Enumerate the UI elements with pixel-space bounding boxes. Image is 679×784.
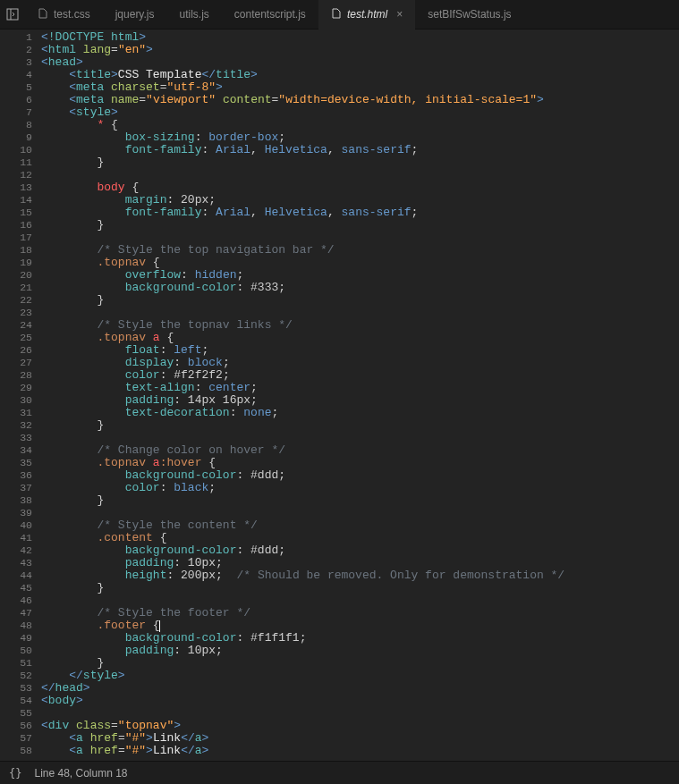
code-line[interactable]: <html lang="en"> bbox=[41, 44, 679, 56]
tab-setBIfSwStatus-js[interactable]: setBIfSwStatus.js bbox=[415, 0, 523, 30]
code-line[interactable]: /* Style the content */ bbox=[41, 519, 679, 532]
line-number: 44 bbox=[0, 569, 39, 582]
line-number: 4 bbox=[0, 69, 39, 81]
code-line[interactable]: .content { bbox=[41, 532, 679, 544]
code-line[interactable]: padding: 10px; bbox=[41, 645, 679, 657]
code-line[interactable]: background-color: #333; bbox=[41, 282, 679, 294]
line-number: 41 bbox=[0, 532, 39, 544]
code-line[interactable]: </head> bbox=[41, 682, 679, 695]
code-line[interactable]: overflow: hidden; bbox=[41, 269, 679, 282]
line-number: 26 bbox=[0, 344, 39, 357]
code-line[interactable]: <head> bbox=[41, 56, 679, 69]
code-line[interactable]: } bbox=[41, 156, 679, 169]
line-number: 55 bbox=[0, 707, 39, 720]
code-line[interactable] bbox=[41, 432, 679, 444]
line-number: 17 bbox=[0, 232, 39, 244]
code-line[interactable] bbox=[41, 594, 679, 607]
line-number: 7 bbox=[0, 106, 39, 119]
tab-utils-js[interactable]: utils.js bbox=[166, 0, 221, 30]
code-line[interactable]: .footer { bbox=[41, 620, 679, 632]
code-line[interactable]: <meta name="viewport" content="width=dev… bbox=[41, 94, 679, 106]
code-line[interactable] bbox=[41, 707, 679, 720]
code-line[interactable] bbox=[41, 307, 679, 319]
tab-label: test.html bbox=[347, 8, 387, 21]
code-line[interactable]: font-family: Arial, Helvetica, sans-seri… bbox=[41, 207, 679, 219]
line-number: 27 bbox=[0, 357, 39, 369]
tab-label: jquery.js bbox=[115, 8, 155, 21]
line-number: 14 bbox=[0, 194, 39, 207]
code-line[interactable]: * { bbox=[41, 119, 679, 131]
code-line[interactable]: } bbox=[41, 419, 679, 432]
syntax-indicator[interactable]: {} bbox=[9, 767, 21, 780]
code-line[interactable]: /* Style the footer */ bbox=[41, 607, 679, 620]
code-line[interactable]: <meta charset="utf-8"> bbox=[41, 81, 679, 94]
code-line[interactable]: background-color: #ddd; bbox=[41, 469, 679, 482]
code-line[interactable]: <a href="#">Link</a> bbox=[41, 732, 679, 745]
code-line[interactable]: text-decoration: none; bbox=[41, 407, 679, 419]
line-number: 8 bbox=[0, 119, 39, 131]
code-line[interactable]: font-family: Arial, Helvetica, sans-seri… bbox=[41, 144, 679, 156]
code-line[interactable]: box-sizing: border-box; bbox=[41, 131, 679, 144]
code-line[interactable]: .topnav { bbox=[41, 257, 679, 269]
code-line[interactable]: body { bbox=[41, 181, 679, 194]
code-line[interactable]: <div class="topnav"> bbox=[41, 720, 679, 732]
tab-contentscript-js[interactable]: contentscript.js bbox=[222, 0, 318, 30]
code-line[interactable]: /* Change color on hover */ bbox=[41, 444, 679, 457]
code-line[interactable]: } bbox=[41, 219, 679, 232]
sidebar-toggle-icon[interactable] bbox=[0, 0, 25, 30]
line-number: 12 bbox=[0, 169, 39, 181]
code-line[interactable]: margin: 20px; bbox=[41, 194, 679, 207]
code-area[interactable]: <!DOCTYPE html><html lang="en"><head> <t… bbox=[39, 30, 679, 761]
tab-label: utils.js bbox=[179, 8, 208, 21]
code-line[interactable]: <!DOCTYPE html> bbox=[41, 31, 679, 44]
code-line[interactable]: padding: 10px; bbox=[41, 557, 679, 569]
tab-test-html[interactable]: test.html× bbox=[318, 0, 415, 30]
line-number: 46 bbox=[0, 594, 39, 607]
line-number-gutter: 1234567891011121314151617181920212223242… bbox=[0, 30, 39, 761]
code-line[interactable]: background-color: #ddd; bbox=[41, 544, 679, 557]
code-line[interactable]: } bbox=[41, 657, 679, 670]
code-line[interactable] bbox=[41, 507, 679, 519]
line-number: 6 bbox=[0, 94, 39, 106]
code-line[interactable]: color: #f2f2f2; bbox=[41, 369, 679, 382]
file-icon bbox=[331, 8, 342, 21]
code-line[interactable]: <style> bbox=[41, 106, 679, 119]
svg-rect-0 bbox=[7, 9, 18, 20]
line-number: 33 bbox=[0, 432, 39, 444]
line-number: 16 bbox=[0, 219, 39, 232]
code-editor[interactable]: 1234567891011121314151617181920212223242… bbox=[0, 30, 679, 761]
line-number: 35 bbox=[0, 457, 39, 469]
code-line[interactable]: background-color: #f1f1f1; bbox=[41, 632, 679, 645]
code-line[interactable]: <a href="#">Link</a> bbox=[41, 745, 679, 757]
code-line[interactable]: display: block; bbox=[41, 357, 679, 369]
code-line[interactable]: padding: 14px 16px; bbox=[41, 394, 679, 407]
tab-test-css[interactable]: test.css bbox=[25, 0, 103, 30]
code-line[interactable]: <body> bbox=[41, 695, 679, 707]
tab-jquery-js[interactable]: jquery.js bbox=[103, 0, 167, 30]
code-line[interactable]: /* Style the topnav links */ bbox=[41, 319, 679, 332]
line-number: 30 bbox=[0, 394, 39, 407]
code-line[interactable]: /* Style the top navigation bar */ bbox=[41, 244, 679, 257]
status-bar: {} Line 48, Column 18 bbox=[0, 761, 679, 784]
line-number: 24 bbox=[0, 319, 39, 332]
code-line[interactable]: color: black; bbox=[41, 482, 679, 494]
code-line[interactable]: } bbox=[41, 294, 679, 307]
line-number: 49 bbox=[0, 632, 39, 645]
code-line[interactable]: } bbox=[41, 494, 679, 507]
line-number: 54 bbox=[0, 695, 39, 707]
code-line[interactable]: .topnav a:hover { bbox=[41, 457, 679, 469]
close-icon[interactable]: × bbox=[396, 8, 403, 21]
line-number: 40 bbox=[0, 519, 39, 532]
code-line[interactable] bbox=[41, 169, 679, 181]
code-line[interactable]: } bbox=[41, 582, 679, 594]
code-line[interactable]: float: left; bbox=[41, 344, 679, 357]
code-line[interactable]: text-align: center; bbox=[41, 382, 679, 394]
line-number: 51 bbox=[0, 657, 39, 670]
line-number: 9 bbox=[0, 131, 39, 144]
code-line[interactable]: <title>CSS Template</title> bbox=[41, 69, 679, 81]
code-line[interactable]: height: 200px; /* Should be removed. Onl… bbox=[41, 569, 679, 582]
line-number: 2 bbox=[0, 44, 39, 56]
code-line[interactable]: </style> bbox=[41, 670, 679, 682]
code-line[interactable] bbox=[41, 232, 679, 244]
code-line[interactable]: .topnav a { bbox=[41, 332, 679, 344]
